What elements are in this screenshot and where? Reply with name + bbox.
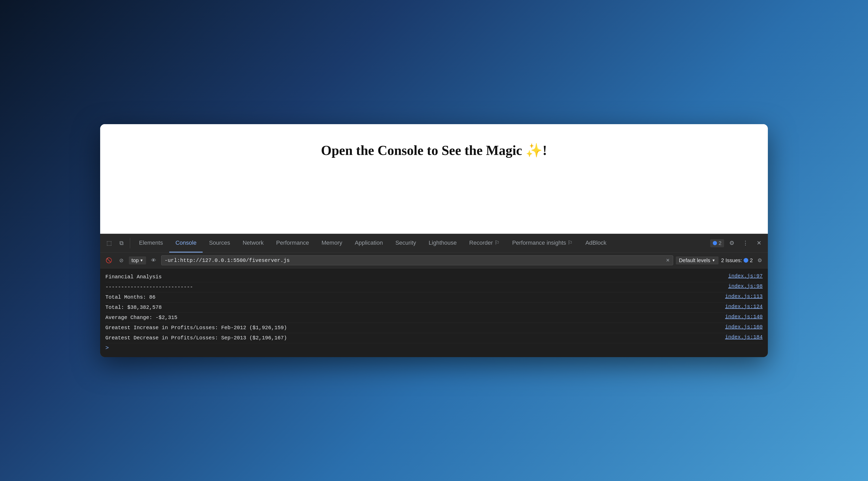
tab-performance[interactable]: Performance (270, 234, 315, 252)
frame-context-selector[interactable]: top ▼ (129, 257, 146, 265)
console-text-3: Total Months: 86 (105, 294, 725, 301)
console-filter-input[interactable]: -url:http://127.0.0.1:5500/fiveserver.js… (161, 255, 673, 265)
issues-badge[interactable]: 2 (710, 239, 724, 247)
page-content-area: Open the Console to See the Magic ✨! (100, 124, 768, 234)
tab-console[interactable]: Console (169, 234, 203, 252)
devtools-panel: ⬚ ⧉ Elements Console Sources Network Per… (100, 234, 768, 357)
chevron-down-icon-levels: ▼ (712, 258, 715, 263)
issues-count: 2 (718, 240, 721, 246)
console-text-2: ---------------------------- (105, 283, 728, 291)
issues-text: 2 Issues: (721, 258, 742, 264)
console-filter-text: -url:http://127.0.0.1:5500/fiveserver.js (164, 258, 290, 264)
console-line-4: Total: $38,382,578 index.js:124 (105, 303, 763, 313)
tab-network[interactable]: Network (236, 234, 270, 252)
device-toolbar-icon[interactable]: ⧉ (116, 237, 127, 249)
live-expressions-icon[interactable]: 👁 (149, 255, 159, 265)
console-text-5: Average Change: -$2,315 (105, 314, 725, 322)
console-line-6: Greatest Increase in Profits/Losses: Feb… (105, 323, 763, 333)
tab-performance-insights[interactable]: Performance insights ⚐ (506, 234, 579, 252)
issues-dot (713, 241, 717, 245)
sparkle-emoji: ✨ (526, 143, 542, 158)
console-text-6: Greatest Increase in Profits/Losses: Feb… (105, 324, 725, 332)
console-line-3: Total Months: 86 index.js:113 (105, 292, 763, 303)
tab-adblock[interactable]: AdBlock (579, 234, 613, 252)
tab-memory[interactable]: Memory (315, 234, 348, 252)
frame-context-label: top (131, 258, 139, 264)
tab-elements[interactable]: Elements (133, 234, 169, 252)
filter-icon[interactable]: ⊘ (116, 255, 126, 265)
console-output-area: Financial Analysis index.js:97 ---------… (100, 268, 768, 357)
exclamation: ! (542, 143, 547, 158)
console-link-1[interactable]: index.js:97 (728, 273, 763, 279)
tab-lighthouse[interactable]: Lighthouse (422, 234, 463, 252)
browser-window: Open the Console to See the Magic ✨! ⬚ ⧉… (100, 124, 768, 357)
console-link-7[interactable]: index.js:184 (725, 334, 763, 340)
log-levels-dropdown[interactable]: Default levels ▼ (676, 257, 718, 265)
console-text-1: Financial Analysis (105, 273, 728, 281)
console-link-5[interactable]: index.js:140 (725, 314, 763, 320)
console-line-5: Average Change: -$2,315 index.js:140 (105, 313, 763, 323)
console-line-1: Financial Analysis index.js:97 (105, 272, 763, 282)
more-options-icon[interactable]: ⋮ (740, 237, 751, 249)
console-settings-icon[interactable]: ⚙ (755, 256, 764, 265)
devtools-tabs-toolbar: ⬚ ⧉ Elements Console Sources Network Per… (100, 234, 768, 253)
log-levels-label: Default levels (679, 258, 710, 264)
console-text-7: Greatest Decrease in Profits/Losses: Sep… (105, 334, 725, 342)
url-clear-icon[interactable]: ✕ (666, 258, 670, 263)
console-link-6[interactable]: index.js:160 (725, 324, 763, 330)
console-link-4[interactable]: index.js:124 (725, 304, 763, 310)
console-line-7: Greatest Decrease in Profits/Losses: Sep… (105, 333, 763, 343)
devtools-right-toolbar: 2 ⚙ ⋮ ✕ (710, 237, 765, 249)
page-heading: Open the Console to See the Magic ✨! (321, 143, 547, 158)
console-line-2: ---------------------------- index.js:98 (105, 282, 763, 292)
tab-application[interactable]: Application (348, 234, 389, 252)
clear-console-button[interactable]: 🚫 (104, 255, 114, 265)
settings-icon[interactable]: ⚙ (726, 237, 738, 249)
inspect-element-icon[interactable]: ⬚ (103, 237, 115, 249)
console-text-4: Total: $38,382,578 (105, 304, 725, 311)
console-link-3[interactable]: index.js:113 (725, 294, 763, 299)
toolbar-separator (130, 238, 130, 248)
devtools-tab-list: Elements Console Sources Network Perform… (133, 234, 709, 252)
page-title-text: Open the Console to See the Magic (321, 143, 526, 158)
issues-dot-2 (744, 258, 748, 263)
console-secondary-toolbar: 🚫 ⊘ top ▼ 👁 -url:http://127.0.0.1:5500/f… (100, 253, 768, 268)
console-prompt[interactable]: > (105, 343, 763, 353)
tab-sources[interactable]: Sources (203, 234, 236, 252)
tab-recorder[interactable]: Recorder ⚐ (463, 234, 506, 252)
issues-number: 2 (750, 258, 753, 264)
tab-security[interactable]: Security (389, 234, 422, 252)
close-devtools-button[interactable]: ✕ (753, 237, 765, 249)
issues-count-label: 2 Issues: 2 (721, 258, 753, 264)
console-link-2[interactable]: index.js:98 (728, 283, 763, 289)
chevron-down-icon: ▼ (140, 258, 144, 263)
